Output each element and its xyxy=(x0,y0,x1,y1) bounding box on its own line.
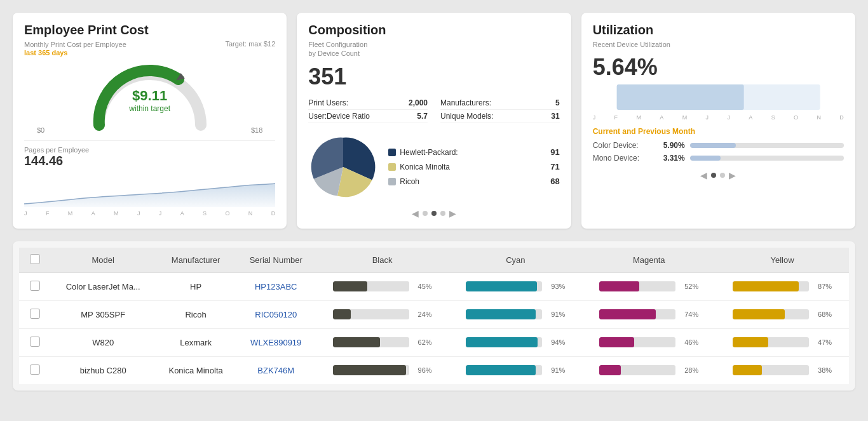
utilization-card: Utilization Recent Device Utilization 5.… xyxy=(581,13,855,229)
header-checkbox[interactable] xyxy=(30,254,40,264)
stat-models: Unique Models: 31 xyxy=(440,110,560,123)
carousel-controls: ◀ ▶ xyxy=(308,208,559,218)
row-serial[interactable]: RIC050120 xyxy=(236,301,316,329)
gauge-max: $18 xyxy=(251,126,262,134)
col-cyan-header: Cyan xyxy=(449,248,582,273)
carousel-prev[interactable]: ◀ xyxy=(412,208,419,218)
carousel-dot-1[interactable] xyxy=(423,211,428,216)
row-model: MP 305SPF xyxy=(51,301,155,329)
util-mono-bar-bg xyxy=(690,156,844,161)
row-manufacturer: Ricoh xyxy=(155,301,236,329)
row-black: 96% xyxy=(316,357,449,384)
gauge-min: $0 xyxy=(37,126,44,134)
util-carousel-dot-1[interactable] xyxy=(711,173,716,178)
legend-konica: Konica Minolta 71 xyxy=(388,159,559,174)
row-checkbox-2[interactable] xyxy=(30,337,40,347)
table-row: W820 Lexmark WLXE890919 62% 94% xyxy=(19,329,849,357)
legend-label-ricoh: Ricoh xyxy=(400,177,419,186)
util-title: Utilization xyxy=(593,23,844,37)
row-magenta: 28% xyxy=(582,357,715,384)
comp-stat-right: Manufacturers: 5 Unique Models: 31 xyxy=(440,97,560,123)
row-checkbox-1[interactable] xyxy=(30,309,40,319)
comp-total-devices: 351 xyxy=(308,63,559,90)
epc-target-label: Target: max $12 xyxy=(225,40,275,48)
legend-dot-ricoh xyxy=(388,178,396,185)
serial-link-2[interactable]: WLXE890919 xyxy=(250,338,301,347)
util-big-value: 5.64% xyxy=(593,54,844,81)
row-black: 24% xyxy=(316,301,449,329)
row-checkbox-0[interactable] xyxy=(30,281,40,291)
util-carousel-dot-2[interactable] xyxy=(720,173,725,178)
legend-count-konica: 71 xyxy=(550,162,559,171)
row-magenta: 74% xyxy=(582,301,715,329)
carousel-dot-2[interactable] xyxy=(431,211,437,216)
stat-print-users-label: Print Users: xyxy=(308,98,348,107)
epc-subtitle2: last 365 days xyxy=(24,49,126,57)
carousel-next[interactable]: ▶ xyxy=(449,208,456,218)
svg-rect-2 xyxy=(616,84,743,110)
comp-title: Composition xyxy=(308,23,559,37)
cards-row: Employee Print Cost Monthly Print Cost p… xyxy=(13,13,855,229)
stat-print-users: Print Users: 2,000 xyxy=(308,97,428,110)
table-section: Model Manufacturer Serial Number Black C… xyxy=(13,241,855,391)
util-color-device: Color Device: 5.90% xyxy=(593,141,844,150)
comp-subtitle2: by Device Count xyxy=(308,49,559,58)
col-magenta-header: Magenta xyxy=(582,248,715,273)
row-cyan: 91% xyxy=(449,301,582,329)
legend-dot-konica xyxy=(388,163,396,171)
util-carousel-prev[interactable]: ◀ xyxy=(700,170,707,180)
table-row: MP 305SPF Ricoh RIC050120 24% 91% xyxy=(19,301,849,329)
toner-table: Model Manufacturer Serial Number Black C… xyxy=(19,248,849,384)
legend-dot-hp xyxy=(388,149,396,156)
row-yellow: 47% xyxy=(715,329,849,357)
row-yellow: 68% xyxy=(715,301,849,329)
row-black: 45% xyxy=(316,273,449,301)
util-color-pct: 5.90% xyxy=(656,141,685,150)
row-serial[interactable]: HP123ABC xyxy=(236,273,316,301)
serial-link-3[interactable]: BZK746M xyxy=(257,366,294,375)
composition-card: Composition Fleet Configuration by Devic… xyxy=(297,13,571,229)
col-black-header: Black xyxy=(316,248,449,273)
util-mono-pct: 3.31% xyxy=(656,154,685,163)
row-manufacturer: Lexmark xyxy=(155,329,236,357)
pages-value: 144.46 xyxy=(24,154,275,168)
col-checkbox-header[interactable] xyxy=(19,248,51,273)
comp-stats: Print Users: 2,000 User:Device Ratio 5.7… xyxy=(308,97,559,123)
util-mono-device: Mono Device: 3.31% xyxy=(593,154,844,163)
gauge-within: within target xyxy=(129,104,170,113)
row-manufacturer: HP xyxy=(155,273,236,301)
stat-ratio-label: User:Device Ratio xyxy=(308,112,370,121)
legend-hp: Hewlett-Packard: 91 xyxy=(388,145,559,159)
legend-count-ricoh: 68 xyxy=(550,177,559,186)
util-mono-label: Mono Device: xyxy=(593,154,656,163)
row-magenta: 52% xyxy=(582,273,715,301)
row-yellow: 38% xyxy=(715,357,849,384)
row-checkbox-cell[interactable] xyxy=(19,329,51,357)
stat-print-users-value: 2,000 xyxy=(409,98,428,107)
epc-subtitle1: Monthly Print Cost per Employee xyxy=(24,40,126,49)
util-color-bar-fill xyxy=(690,143,736,148)
row-checkbox-cell[interactable] xyxy=(19,273,51,301)
stat-models-value: 31 xyxy=(551,112,559,121)
legend-label-konica: Konica Minolta xyxy=(400,163,450,171)
pie-chart xyxy=(308,132,378,202)
row-serial[interactable]: WLXE890919 xyxy=(236,329,316,357)
util-carousel-next[interactable]: ▶ xyxy=(729,170,736,180)
table-row: Color LaserJet Ma... HP HP123ABC 45% 93% xyxy=(19,273,849,301)
serial-link-1[interactable]: RIC050120 xyxy=(255,310,297,319)
row-serial[interactable]: BZK746M xyxy=(236,357,316,384)
stat-manufacturers: Manufacturers: 5 xyxy=(440,97,560,110)
util-subtitle: Recent Device Utilization xyxy=(593,40,844,49)
row-checkbox-cell[interactable] xyxy=(19,301,51,329)
row-black: 62% xyxy=(316,329,449,357)
row-checkbox-cell[interactable] xyxy=(19,357,51,384)
row-checkbox-3[interactable] xyxy=(30,364,40,375)
epc-title: Employee Print Cost xyxy=(24,23,275,37)
carousel-dot-3[interactable] xyxy=(440,211,445,216)
row-model: bizhub C280 xyxy=(51,357,155,384)
table-row: bizhub C280 Konica Minolta BZK746M 96% 9… xyxy=(19,357,849,384)
col-model-header: Model xyxy=(51,248,155,273)
serial-link-0[interactable]: HP123ABC xyxy=(255,282,297,291)
util-carousel-controls: ◀ ▶ xyxy=(593,170,844,180)
epc-month-labels: JFM AMJ JAS OND xyxy=(24,210,275,217)
